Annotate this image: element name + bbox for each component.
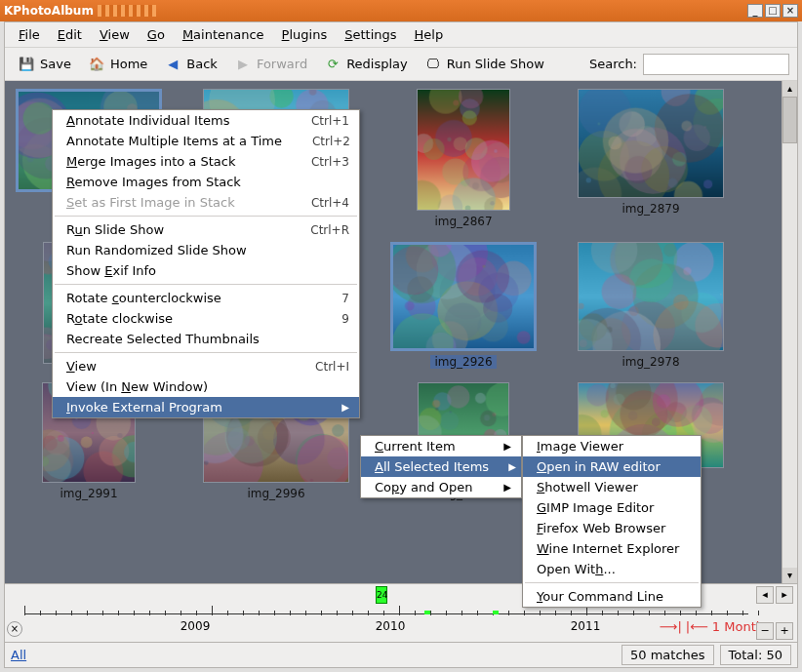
timeline-marker[interactable]: 24 bbox=[376, 586, 387, 604]
menu-separator bbox=[525, 582, 699, 583]
menu-settings[interactable]: Settings bbox=[337, 24, 404, 45]
menu-bar: File Edit View Go Maintenance Plugins Se… bbox=[5, 22, 797, 48]
menu-item[interactable]: Wine Internet Explorer bbox=[523, 538, 701, 559]
menu-item[interactable]: Open With... bbox=[523, 559, 701, 579]
menu-shortcut: Ctrl+3 bbox=[301, 155, 349, 169]
minimize-button[interactable]: _ bbox=[747, 4, 763, 18]
menu-item[interactable]: Annotate Multiple Items at a TimeCtrl+2 bbox=[53, 131, 359, 151]
menu-item[interactable]: Copy and Open▶ bbox=[361, 477, 521, 497]
menu-item[interactable]: Invoke External Program▶ bbox=[53, 397, 359, 417]
menu-plugins[interactable]: Plugins bbox=[274, 24, 336, 45]
breadcrumb[interactable]: All bbox=[11, 648, 26, 662]
timeline-zoom-out-button[interactable]: − bbox=[756, 622, 774, 640]
menu-item[interactable]: Image Viewer bbox=[523, 436, 701, 456]
menu-item[interactable]: Run Randomized Slide Show bbox=[53, 240, 359, 260]
status-bar: All 50 matches Total: 50 bbox=[5, 642, 797, 667]
save-button[interactable]: 💾 Save bbox=[13, 53, 75, 76]
context-menu-main[interactable]: Annotate Individual ItemsCtrl+1Annotate … bbox=[52, 109, 360, 418]
thumbnail-cell[interactable]: img_2978 bbox=[577, 242, 725, 369]
thumbnail-cell[interactable]: img_2926 bbox=[389, 242, 538, 369]
menu-item[interactable]: Merge Images into a StackCtrl+3 bbox=[53, 151, 359, 172]
thumbnail-label: img_2991 bbox=[60, 487, 117, 500]
menu-item[interactable]: Your Command Line bbox=[523, 586, 701, 607]
menu-item[interactable]: View (In New Window) bbox=[53, 376, 359, 397]
home-icon: 🏠 bbox=[87, 55, 106, 74]
scroll-down-button[interactable]: ▾ bbox=[782, 568, 797, 583]
thumbnail-label: img_2996 bbox=[247, 487, 304, 500]
forward-button[interactable]: ▶ Forward bbox=[229, 53, 311, 76]
menu-item[interactable]: Remove Images from Stack bbox=[53, 172, 359, 192]
submenu-arrow-icon: ▶ bbox=[341, 402, 349, 413]
close-button[interactable]: × bbox=[782, 4, 798, 18]
titlebar-decor bbox=[98, 5, 156, 17]
timeline-year: 2010 bbox=[376, 619, 406, 633]
title-bar: KPhotoAlbum _ □ × bbox=[0, 0, 802, 21]
menu-item[interactable]: Firefox Web Browser bbox=[523, 518, 701, 538]
menu-item-label: Your Command Line bbox=[537, 589, 691, 604]
menu-item-label: Current Item bbox=[375, 439, 484, 454]
thumbnail-label: img_2978 bbox=[622, 355, 679, 369]
menu-item[interactable]: All Selected Items▶ bbox=[361, 456, 521, 477]
menu-shortcut: Ctrl+1 bbox=[301, 114, 349, 128]
maximize-button[interactable]: □ bbox=[765, 4, 781, 18]
menu-item[interactable]: Open in RAW editor bbox=[523, 456, 701, 477]
toolbar: 💾 Save 🏠 Home ◀ Back ▶ Forward ⟳ Redispl… bbox=[5, 48, 797, 81]
menu-file[interactable]: File bbox=[11, 24, 48, 45]
thumb-image bbox=[393, 245, 534, 348]
back-label: Back bbox=[186, 57, 218, 71]
context-menu-invoke[interactable]: Current Item▶All Selected Items▶Copy and… bbox=[360, 435, 522, 498]
menu-edit[interactable]: Edit bbox=[50, 24, 90, 45]
timeline-prev-button[interactable]: ◂ bbox=[756, 586, 774, 604]
menu-item[interactable]: Recreate Selected Thumbnails bbox=[53, 329, 359, 349]
scroll-handle[interactable] bbox=[782, 97, 797, 143]
menu-item[interactable]: Current Item▶ bbox=[361, 436, 521, 456]
menu-item[interactable]: ViewCtrl+I bbox=[53, 356, 359, 376]
thumbnail-cell[interactable]: img_2879 bbox=[577, 89, 725, 228]
vertical-scrollbar[interactable]: ▴ ▾ bbox=[782, 81, 797, 583]
menu-item-label: Firefox Web Browser bbox=[537, 521, 691, 535]
thumbnail-label: img_2926 bbox=[430, 355, 496, 369]
menu-item-label: Remove Images from Stack bbox=[66, 175, 349, 189]
menu-item[interactable]: Rotate clockwise9 bbox=[53, 308, 359, 329]
menu-go[interactable]: Go bbox=[140, 24, 173, 45]
redisplay-button[interactable]: ⟳ Redisplay bbox=[319, 53, 412, 76]
menu-view[interactable]: View bbox=[92, 24, 138, 45]
menu-item-label: Shotwell Viewer bbox=[537, 480, 691, 494]
submenu-arrow-icon: ▶ bbox=[508, 461, 516, 472]
redisplay-label: Redisplay bbox=[346, 57, 408, 71]
menu-item-label: Merge Images into a Stack bbox=[66, 154, 281, 169]
home-button[interactable]: 🏠 Home bbox=[83, 53, 151, 76]
redisplay-icon: ⟳ bbox=[323, 55, 342, 74]
menu-item[interactable]: Show Exif Info bbox=[53, 260, 359, 281]
back-icon: ◀ bbox=[163, 55, 182, 74]
context-menu-programs[interactable]: Image ViewerOpen in RAW editorShotwell V… bbox=[522, 435, 702, 608]
menu-item: Set as First Image in StackCtrl+4 bbox=[53, 192, 359, 213]
menu-item[interactable]: Shotwell Viewer bbox=[523, 477, 701, 497]
timeline-close-button[interactable]: × bbox=[7, 621, 22, 637]
menu-item-label: Recreate Selected Thumbnails bbox=[66, 332, 349, 346]
menu-shortcut: 9 bbox=[301, 312, 349, 326]
scroll-track[interactable] bbox=[782, 97, 797, 568]
menu-maintenance[interactable]: Maintenance bbox=[175, 24, 272, 45]
menu-item[interactable]: Annotate Individual ItemsCtrl+1 bbox=[53, 110, 359, 131]
menu-item[interactable]: Rotate counterclockwise7 bbox=[53, 288, 359, 308]
thumb-image bbox=[579, 243, 723, 350]
thumbnail-cell[interactable]: img_2867 bbox=[389, 89, 538, 228]
timeline-zoom-in-button[interactable]: + bbox=[776, 622, 793, 640]
menu-item[interactable]: GIMP Image Editor bbox=[523, 497, 701, 518]
thumb-image bbox=[418, 90, 509, 210]
menu-item[interactable]: Run Slide ShowCtrl+R bbox=[53, 219, 359, 240]
menu-shortcut: Ctrl+4 bbox=[301, 196, 349, 210]
window-title: KPhotoAlbum bbox=[4, 4, 94, 18]
back-button[interactable]: ◀ Back bbox=[159, 53, 221, 76]
scroll-up-button[interactable]: ▴ bbox=[782, 81, 797, 97]
slideshow-button[interactable]: 🖵 Run Slide Show bbox=[420, 53, 548, 76]
menu-help[interactable]: Help bbox=[407, 24, 452, 45]
menu-item-label: Annotate Individual Items bbox=[66, 113, 281, 128]
search-input[interactable] bbox=[643, 54, 789, 75]
forward-label: Forward bbox=[257, 57, 307, 71]
menu-item-label: Wine Internet Explorer bbox=[537, 541, 691, 556]
timeline-indicator bbox=[493, 611, 499, 614]
timeline-next-button[interactable]: ▸ bbox=[776, 586, 793, 604]
menu-separator bbox=[55, 284, 357, 285]
